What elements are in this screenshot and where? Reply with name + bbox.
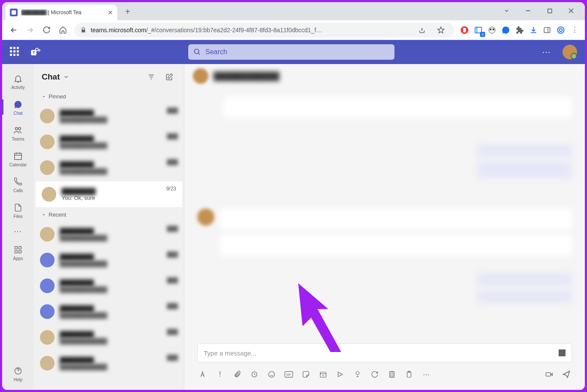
rail-help[interactable]: Help: [2, 361, 34, 386]
format-icon[interactable]: [197, 369, 208, 380]
schedule-icon[interactable]: [318, 369, 329, 380]
chat-item-preview: You: Ok, sure: [61, 195, 161, 201]
attach-icon[interactable]: [232, 369, 243, 380]
home-button[interactable]: [55, 23, 70, 37]
search-field[interactable]: [205, 48, 389, 56]
chat-item[interactable]: ███████████████████████: [34, 247, 184, 273]
rail-label: Calls: [13, 188, 23, 193]
approvals-icon[interactable]: [352, 369, 363, 380]
avatar: [42, 187, 56, 202]
updates-icon[interactable]: [369, 369, 380, 380]
user-avatar[interactable]: [563, 45, 577, 59]
rail-apps[interactable]: Apps: [2, 240, 34, 264]
rail-activity[interactable]: Activity: [2, 69, 34, 93]
star-icon[interactable]: [434, 23, 448, 37]
rail-calendar[interactable]: Calendar: [2, 147, 34, 171]
viva-icon[interactable]: [386, 369, 397, 380]
rail-chat[interactable]: Chat: [2, 95, 34, 119]
chat-item[interactable]: ███████████████████████: [34, 129, 184, 155]
send-button[interactable]: [561, 369, 572, 380]
loop-icon[interactable]: [249, 369, 260, 380]
rail-calls[interactable]: Calls: [2, 172, 34, 196]
rail-more-icon[interactable]: ⋯: [14, 227, 22, 236]
teams-logo-icon[interactable]: [31, 47, 41, 57]
chat-item[interactable]: ███████████████████████: [34, 103, 184, 129]
downloads-icon[interactable]: [527, 24, 539, 36]
chat-item[interactable]: ███████████████████████: [34, 221, 184, 247]
sidepanel-icon[interactable]: [541, 24, 553, 36]
ext-adblock-icon[interactable]: [459, 24, 471, 36]
chat-item[interactable]: ███████████████████████: [34, 299, 184, 325]
chat-item-name: ████████: [61, 188, 161, 195]
video-clip-icon[interactable]: [544, 369, 555, 380]
avatar: [193, 68, 208, 84]
ext-circle-icon[interactable]: [555, 24, 567, 36]
forward-button[interactable]: [23, 23, 37, 37]
chat-list-title: Chat: [42, 72, 60, 82]
chat-item[interactable]: ███████████████████████: [34, 325, 184, 350]
chat-item-selected[interactable]: ████████ You: Ok, sure 9/23: [36, 181, 182, 207]
svg-rect-44: [546, 373, 551, 376]
bell-icon: [13, 73, 23, 84]
new-tab-button[interactable]: +: [121, 5, 135, 18]
pinned-section[interactable]: Pinned: [34, 90, 184, 103]
rail-files[interactable]: Files: [2, 198, 34, 222]
new-chat-icon[interactable]: [162, 70, 176, 84]
rail-label: Apps: [13, 256, 23, 261]
emoji-icon[interactable]: [266, 369, 277, 380]
svg-rect-25: [15, 246, 18, 249]
maximize-button[interactable]: [540, 3, 559, 18]
minimize-button[interactable]: [519, 3, 538, 18]
lock-icon: [80, 27, 86, 33]
svg-point-20: [18, 127, 21, 130]
svg-point-34: [269, 371, 275, 377]
stream-icon[interactable]: [335, 369, 346, 380]
chevron-down-icon[interactable]: [63, 74, 69, 80]
close-button[interactable]: [562, 3, 581, 18]
chat-list-panel: Chat Pinned ███████████████████████ ████…: [34, 64, 184, 390]
rail-label: Activity: [11, 85, 25, 90]
ext-panda-icon[interactable]: [486, 24, 498, 36]
svg-point-9: [490, 28, 492, 30]
ext-reader-icon[interactable]: [472, 24, 484, 36]
browser-menu-icon[interactable]: ⋮: [569, 24, 581, 36]
svg-point-19: [15, 127, 18, 130]
svg-rect-41: [391, 371, 394, 377]
browser-tab[interactable]: ███████ | Microsoft Tea ✕: [6, 5, 117, 20]
compose-expand-icon[interactable]: [559, 349, 566, 356]
svg-rect-40: [390, 371, 393, 377]
share-icon[interactable]: [415, 23, 429, 37]
app-launcher-icon[interactable]: [10, 47, 20, 57]
chevron-down-icon[interactable]: [497, 3, 516, 18]
extensions-icon[interactable]: [514, 24, 526, 36]
chat-item[interactable]: ███████████████████████: [34, 155, 184, 181]
filter-icon[interactable]: [144, 70, 158, 84]
svg-point-17: [194, 49, 199, 54]
back-button[interactable]: [6, 23, 21, 37]
apps-icon: [14, 244, 22, 255]
gif-icon[interactable]: GIF: [283, 369, 294, 380]
calendar-icon: [13, 150, 23, 162]
section-label: Recent: [49, 211, 66, 218]
ext-chat-icon[interactable]: [500, 24, 512, 36]
reload-button[interactable]: [39, 23, 54, 37]
search-input[interactable]: [188, 44, 394, 60]
people-icon: [13, 125, 23, 136]
rail-label: Teams: [12, 137, 24, 141]
clipboard-icon[interactable]: [404, 369, 415, 380]
caret-down-icon: [42, 95, 46, 99]
recent-section[interactable]: Recent: [34, 208, 184, 221]
chat-item[interactable]: ███████████████████████: [34, 273, 184, 299]
important-icon[interactable]: !: [214, 369, 226, 380]
compose-input[interactable]: [204, 349, 559, 357]
compose-more-icon[interactable]: ⋯: [421, 369, 432, 380]
search-icon: [193, 48, 201, 56]
compose-box[interactable]: [197, 343, 572, 362]
svg-rect-37: [320, 372, 326, 377]
chat-item[interactable]: ███████████████████████: [34, 350, 184, 376]
rail-teams[interactable]: Teams: [2, 121, 34, 145]
address-bar[interactable]: teams.microsoft.com/_#/conversations/19:…: [74, 23, 454, 37]
header-more-icon[interactable]: ⋯: [542, 47, 551, 57]
tab-close-icon[interactable]: ✕: [108, 9, 113, 16]
sticker-icon[interactable]: [300, 369, 312, 380]
